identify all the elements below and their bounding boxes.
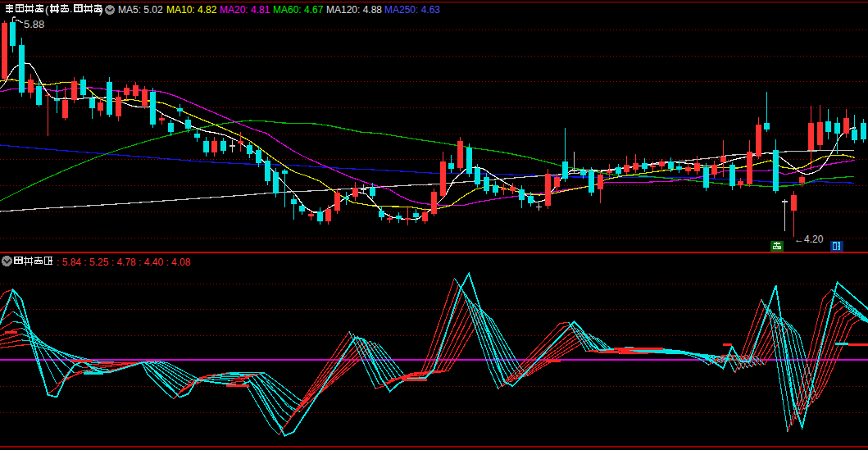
svg-text:MA250: 4.63: MA250: 4.63 bbox=[384, 4, 440, 16]
svg-text:MA20: 4.81: MA20: 4.81 bbox=[220, 4, 270, 16]
svg-text:←4.20: ←4.20 bbox=[794, 234, 824, 245]
svg-text:.: . bbox=[70, 3, 72, 15]
svg-text:MA10: 4.82: MA10: 4.82 bbox=[166, 4, 217, 16]
svg-text:MA5: 5.02: MA5: 5.02 bbox=[118, 4, 163, 16]
svg-text:MA120: 4.88: MA120: 4.88 bbox=[326, 4, 382, 16]
svg-text:MA60: 4.67: MA60: 4.67 bbox=[273, 4, 324, 16]
svg-text:5.88: 5.88 bbox=[24, 18, 44, 30]
svg-text:(: ( bbox=[45, 3, 49, 16]
svg-text:): ) bbox=[99, 3, 102, 16]
svg-text:: 5.84 : 5.25 : 4.78 : 4.40 :: : 5.84 : 5.25 : 4.78 : 4.40 : 4.08 bbox=[57, 257, 191, 268]
